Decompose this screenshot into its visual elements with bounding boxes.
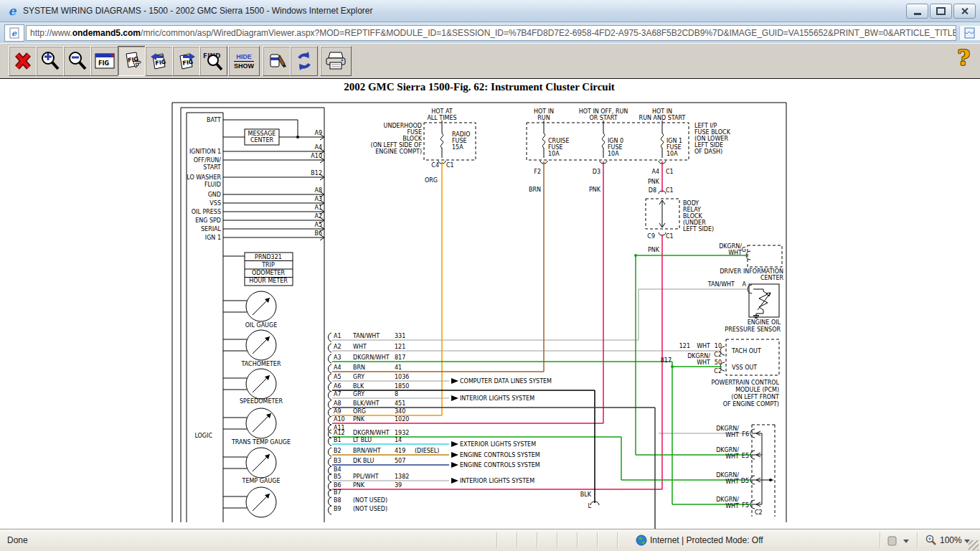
- diagram-label: 419: [395, 448, 405, 454]
- diagram-label: B3: [334, 458, 341, 464]
- diagram-label: GND: [208, 192, 221, 198]
- connector-pin-brackets: [329, 333, 332, 514]
- diagram-label: BRN: [353, 364, 365, 371]
- diagram-label: 817: [661, 357, 672, 364]
- diagram-label: LOGIC: [194, 433, 212, 439]
- diagram-label: ENGINE COMPT): [375, 149, 422, 155]
- print-button[interactable]: [320, 46, 352, 76]
- diagram-label: 10A: [666, 151, 678, 157]
- diagram-label: LEFT SIDE: [694, 142, 723, 149]
- diagram-label: 1036: [395, 374, 409, 380]
- maximize-button[interactable]: [930, 4, 952, 19]
- diagram-label: 451: [395, 400, 405, 407]
- diagram-label: 507: [395, 458, 405, 464]
- diagram-label: CENTER: [760, 275, 784, 281]
- diagram-label: CENTER: [250, 137, 274, 143]
- refresh-button[interactable]: [290, 46, 318, 76]
- diagram-label: UNDERHOOD: [384, 123, 422, 129]
- diagram-label: A12: [334, 430, 345, 436]
- previous-figure-button[interactable]: FIG: [145, 46, 173, 76]
- diagram-label: 817: [395, 354, 405, 361]
- diagram-label: 14: [395, 437, 402, 443]
- diagram-label: 340: [395, 408, 405, 415]
- diagram-label: A2: [334, 344, 341, 350]
- diagram-label: BODY: [683, 200, 699, 207]
- wire-pink: [332, 161, 662, 489]
- diagram-label: ENGINE OIL: [748, 319, 781, 326]
- diagram-label: C2: [714, 352, 722, 358]
- compatibility-view-button[interactable]: [959, 26, 980, 40]
- printer-icon: [324, 50, 348, 72]
- diagram-label: TRANS TEMP GAUGE: [231, 439, 291, 446]
- print-setup-button[interactable]: [263, 46, 291, 76]
- find-button[interactable]: FIND: [199, 46, 227, 76]
- diagram-label: EXTERIOR LIGHTS SYSTEM: [460, 441, 536, 448]
- address-input[interactable]: http://www.ondemand5.com/mric/common/asp…: [26, 25, 956, 41]
- status-bar: Done Internet | Protected Mode: Off 100%: [0, 529, 980, 551]
- instrument-cluster-outline: [181, 108, 324, 522]
- figure-back-icon: FIG: [149, 50, 170, 72]
- diagram-label: A1: [334, 333, 341, 339]
- diagram-label: LT BLU: [353, 437, 372, 443]
- security-report-icon[interactable]: [887, 536, 898, 548]
- diagram-label: A9: [334, 408, 341, 415]
- system-arrows: [451, 378, 458, 484]
- diagram-label: OIL GAUGE: [245, 322, 277, 329]
- favicon-box: e: [4, 24, 24, 42]
- diagram-label: C1: [666, 233, 674, 240]
- next-figure-button[interactable]: FIG: [172, 46, 200, 76]
- diagram-label: ORG: [353, 408, 366, 415]
- minimize-button[interactable]: [906, 4, 928, 19]
- diagram-label: B6: [314, 230, 322, 237]
- close-icon: [961, 7, 969, 15]
- diagram-label: (NOT USED): [353, 506, 387, 512]
- diagram-label: LO WASHER: [187, 174, 221, 181]
- close-button[interactable]: [953, 4, 976, 19]
- diagram-label: PNK: [589, 187, 601, 193]
- diagram-label: WHT: [725, 479, 739, 485]
- diagram-label: BLK/WHT: [353, 400, 380, 407]
- diagram-label: (DIESEL): [415, 448, 439, 454]
- diagram-label: A7: [334, 391, 341, 397]
- diagram-label: D3: [593, 169, 600, 175]
- diagram-label: OF DASH): [694, 149, 722, 155]
- diagram-label: INTERIOR LIGHTS SYSTEM: [460, 478, 534, 484]
- diagram-label: 331: [395, 333, 405, 339]
- diagram-label: OR START: [589, 115, 617, 121]
- diagram-label: BRN/WHT: [353, 448, 381, 454]
- diagram-label: C1: [446, 162, 454, 169]
- diagram-label: IGNITION 1: [189, 149, 221, 155]
- diagram-label: FUSE: [407, 129, 422, 136]
- diagram-label: CRUISE: [548, 138, 570, 144]
- resize-grip[interactable]: [969, 540, 979, 550]
- security-dropdown-caret[interactable]: [903, 540, 909, 543]
- diagram-label: A4: [314, 144, 322, 151]
- diagram-label: ENG SPD: [195, 217, 221, 224]
- diagram-label: (ON LOWER: [694, 136, 728, 142]
- hide-show-button[interactable]: HIDE SHOW: [228, 46, 260, 76]
- diagram-label: 1020: [395, 416, 409, 423]
- diagram-label: FUSE BLOCK: [694, 129, 731, 136]
- red-x-icon: [12, 50, 34, 72]
- diagram-label: B9: [334, 506, 341, 512]
- zoom-magnifier-icon[interactable]: [925, 534, 937, 548]
- refresh-icon: [293, 50, 315, 72]
- zoom-out-button[interactable]: [63, 46, 91, 76]
- diagram-label: 50: [715, 359, 722, 366]
- select-figure-button[interactable]: FIG: [118, 46, 146, 76]
- diagram-label: A3: [334, 354, 341, 361]
- diagram-label: B8: [334, 497, 341, 504]
- diagram-label: ODOMETER: [252, 270, 286, 276]
- diagram-label: TAN/WHT: [707, 281, 735, 288]
- figure-window-button[interactable]: FIG: [90, 46, 118, 76]
- security-zone-label: Internet | Protected Mode: Off: [650, 535, 763, 545]
- window-title: SYSTEM WIRING DIAGRAMS - 1500 - 2002 GMC…: [23, 6, 373, 16]
- diagram-label: FUSE: [548, 144, 563, 151]
- close-viewer-button[interactable]: [9, 46, 37, 76]
- diagram-label: ALL TIMES: [427, 115, 456, 121]
- diagram-label: 15A: [452, 144, 463, 151]
- hide-show-label: HIDE SHOW: [234, 53, 254, 70]
- zoom-level[interactable]: 100%: [940, 535, 962, 545]
- help-button[interactable]: ?: [957, 45, 970, 70]
- zoom-in-button[interactable]: [36, 46, 64, 76]
